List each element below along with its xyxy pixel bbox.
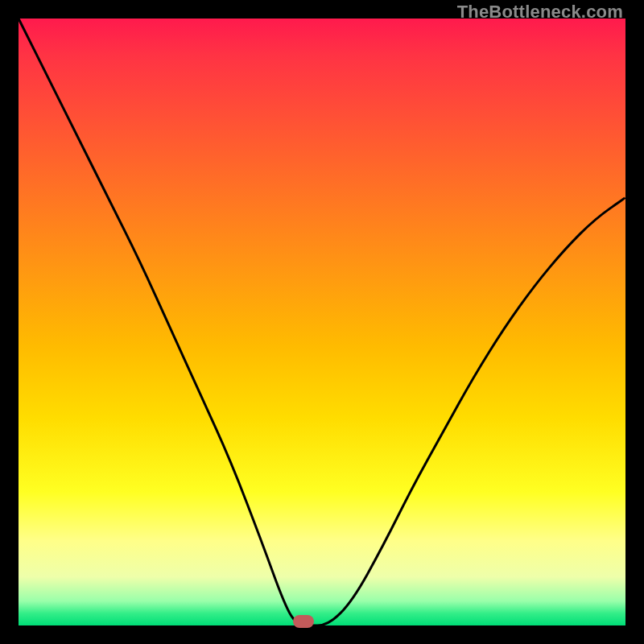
curve-svg — [19, 19, 625, 625]
bottleneck-curve — [19, 19, 625, 625]
outer-frame: TheBottleneck.com — [0, 0, 644, 644]
watermark-text: TheBottleneck.com — [457, 2, 623, 23]
plot-area — [19, 19, 625, 625]
optimal-marker — [293, 615, 314, 628]
